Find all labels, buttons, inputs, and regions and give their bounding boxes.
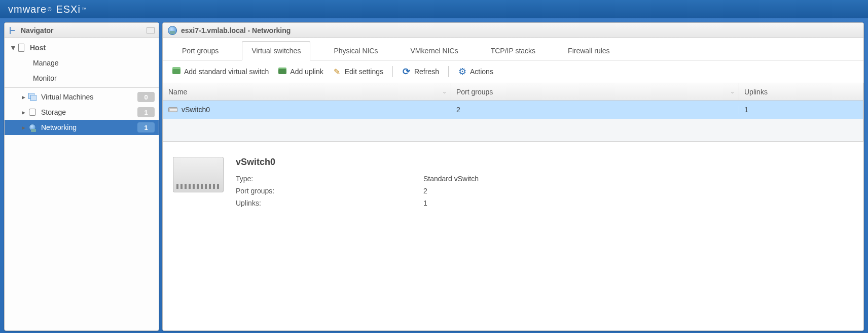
nav-manage-label: Manage <box>33 59 155 67</box>
tab-vmk-label: VMkernel NICs <box>411 47 458 55</box>
detail-type-val: Standard vSwitch <box>423 175 479 183</box>
edit-settings-label: Edit settings <box>345 68 383 76</box>
trademark: ™ <box>82 7 87 12</box>
chevron-down-icon: ⌄ <box>442 88 447 95</box>
gear-icon: ⚙ <box>458 67 467 76</box>
vswitch-icon <box>168 107 177 112</box>
top-bar: vmware ® ESXi ™ <box>0 0 868 18</box>
nav-monitor[interactable]: Monitor <box>5 71 159 86</box>
edit-settings-button[interactable]: ✎ Edit settings <box>333 67 383 76</box>
tab-strip: Port groups Virtual switches Physical NI… <box>163 38 863 60</box>
detail-body: vSwitch0 Type: Standard vSwitch Port gro… <box>236 157 853 315</box>
add-uplink-label: Add uplink <box>290 68 323 76</box>
row-up: 1 <box>744 106 748 114</box>
navigator-header: Navigator <box>5 23 159 38</box>
detail-up-key: Uplinks: <box>236 199 423 207</box>
tab-port-groups[interactable]: Port groups <box>173 42 228 60</box>
toolbar-separator <box>448 66 449 77</box>
row-name: vSwitch0 <box>182 106 210 114</box>
grid-header: Name ⌄ Port groups ⌄ Uplinks <box>163 83 863 101</box>
detail-row-uplinks: Uplinks: 1 <box>236 197 853 209</box>
table-row[interactable]: vSwitch0 2 1 <box>163 101 863 119</box>
col-name-label: Name <box>168 88 187 96</box>
caret-down-icon: ▼ <box>10 44 15 52</box>
nav-net-badge: 1 <box>137 122 155 132</box>
networking-icon <box>168 26 177 35</box>
nav-monitor-label: Monitor <box>33 74 155 82</box>
detail-row-type: Type: Standard vSwitch <box>236 173 853 185</box>
nav-host[interactable]: ▼ Host <box>5 40 159 55</box>
tab-virtual-switches[interactable]: Virtual switches <box>242 41 310 60</box>
col-name-header[interactable]: Name ⌄ <box>163 83 451 100</box>
tab-physical-nics[interactable]: Physical NICs <box>324 42 387 60</box>
add-vswitch-button[interactable]: Add standard virtual switch <box>172 67 269 76</box>
cell-uplinks: 1 <box>739 106 863 114</box>
registered-mark: ® <box>48 7 52 12</box>
navigator-body: ▼ Host Manage Monitor ▸ Virtual Machines… <box>5 38 159 330</box>
chevron-down-icon: ⌄ <box>730 88 735 95</box>
caret-right-icon: ▸ <box>21 93 26 101</box>
vswitch-detail-icon <box>173 157 224 192</box>
actions-label: Actions <box>470 68 493 76</box>
breadcrumb: esxi7-1.vmlab.local - Networking <box>181 26 291 35</box>
detail-pg-key: Port groups: <box>236 187 423 195</box>
add-uplink-button[interactable]: Add uplink <box>278 67 323 76</box>
col-portgroups-header[interactable]: Port groups ⌄ <box>451 83 739 100</box>
vm-icon <box>28 92 37 102</box>
refresh-icon: ⟳ <box>402 67 411 76</box>
cell-portgroups: 2 <box>451 106 739 114</box>
toolbar-separator <box>392 66 393 77</box>
col-uplinks-header[interactable]: Uplinks <box>739 83 863 100</box>
detail-title: vSwitch0 <box>236 157 853 168</box>
detail-pg-val: 2 <box>423 187 427 195</box>
host-icon <box>17 43 26 52</box>
nav-virtual-machines[interactable]: ▸ Virtual Machines 0 <box>5 89 159 105</box>
nav-storage[interactable]: ▸ Storage 1 <box>5 105 159 120</box>
caret-right-icon: ▸ <box>21 108 26 116</box>
tab-firewall-rules[interactable]: Firewall rules <box>559 42 619 60</box>
tab-vswitch-label: Virtual switches <box>251 47 301 55</box>
nav-manage[interactable]: Manage <box>5 55 159 71</box>
nav-net-label: Networking <box>41 123 137 131</box>
nav-storage-label: Storage <box>41 108 137 116</box>
tab-tcpip-stacks[interactable]: TCP/IP stacks <box>482 42 545 60</box>
refresh-label: Refresh <box>414 68 439 76</box>
refresh-button[interactable]: ⟳ Refresh <box>402 67 439 76</box>
detail-row-portgroups: Port groups: 2 <box>236 185 853 197</box>
nav-host-label: Host <box>30 44 155 52</box>
vswitch-add-icon <box>172 67 181 76</box>
tab-tcpip-label: TCP/IP stacks <box>491 47 535 55</box>
detail-up-val: 1 <box>423 199 427 207</box>
grid-spacer <box>163 119 863 141</box>
main-header: esxi7-1.vmlab.local - Networking <box>163 23 863 38</box>
caret-right-icon: ▸ <box>21 123 26 131</box>
navigator-panel: Navigator ▼ Host Manage Monitor ▸ Virtua… <box>4 22 159 331</box>
vswitch-grid: Name ⌄ Port groups ⌄ Uplinks vSwitch0 2 <box>163 83 863 142</box>
brand-vmware: vmware <box>8 4 47 15</box>
cell-name: vSwitch0 <box>163 106 451 114</box>
actions-button[interactable]: ⚙ Actions <box>458 67 493 76</box>
tab-port-groups-label: Port groups <box>182 47 219 55</box>
main-panel: esxi7-1.vmlab.local - Networking Port gr… <box>162 22 864 331</box>
brand-product: ESXi <box>56 4 80 15</box>
nav-networking[interactable]: ▸ Networking 1 <box>5 120 159 135</box>
col-pg-label: Port groups <box>456 88 493 96</box>
tab-fw-label: Firewall rules <box>568 47 609 55</box>
collapse-icon[interactable] <box>147 27 155 34</box>
networking-icon <box>28 123 37 132</box>
col-up-label: Uplinks <box>744 88 768 96</box>
add-vswitch-label: Add standard virtual switch <box>184 68 269 76</box>
uplink-add-icon <box>278 67 287 76</box>
detail-type-key: Type: <box>236 175 423 183</box>
detail-pane: vSwitch0 Type: Standard vSwitch Port gro… <box>163 142 863 330</box>
nav-storage-badge: 1 <box>137 107 155 117</box>
tab-vmkernel-nics[interactable]: VMkernel NICs <box>402 42 467 60</box>
tab-pnic-label: Physical NICs <box>334 47 378 55</box>
storage-icon <box>28 108 37 117</box>
pencil-icon: ✎ <box>333 67 342 76</box>
toolbar: Add standard virtual switch Add uplink ✎… <box>163 60 863 83</box>
tree-icon <box>9 26 17 35</box>
nav-divider <box>5 87 159 88</box>
nav-vm-label: Virtual Machines <box>41 93 137 101</box>
row-pg: 2 <box>456 106 460 114</box>
